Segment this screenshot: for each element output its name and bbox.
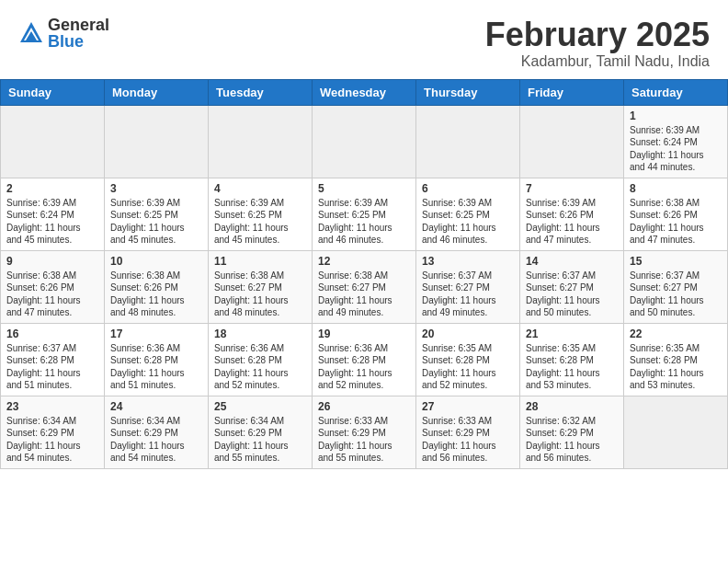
day-info: Sunrise: 6:38 AM Sunset: 6:26 PM Dayligh…: [630, 197, 722, 247]
calendar-cell: [1, 105, 105, 178]
logo-text: General Blue: [48, 17, 109, 50]
calendar-cell: [416, 105, 520, 178]
day-number: 25: [214, 400, 306, 413]
day-number: 27: [422, 400, 514, 413]
day-number: 8: [630, 182, 722, 195]
calendar-cell: [624, 396, 728, 468]
calendar-week-4: 16Sunrise: 6:37 AM Sunset: 6:28 PM Dayli…: [1, 323, 728, 396]
day-number: 20: [422, 327, 514, 340]
calendar-cell: 9Sunrise: 6:38 AM Sunset: 6:26 PM Daylig…: [1, 250, 105, 323]
day-info: Sunrise: 6:39 AM Sunset: 6:24 PM Dayligh…: [6, 197, 98, 247]
header-cell-monday: Monday: [105, 79, 209, 105]
logo-blue-text: Blue: [48, 33, 109, 50]
header-cell-wednesday: Wednesday: [313, 79, 416, 105]
location-title: Kadambur, Tamil Nadu, India: [485, 53, 710, 70]
header-cell-sunday: Sunday: [1, 79, 105, 105]
day-info: Sunrise: 6:35 AM Sunset: 6:28 PM Dayligh…: [630, 342, 722, 392]
calendar-body: 1Sunrise: 6:39 AM Sunset: 6:24 PM Daylig…: [1, 105, 728, 468]
calendar-cell: 12Sunrise: 6:38 AM Sunset: 6:27 PM Dayli…: [313, 250, 416, 323]
day-number: 21: [526, 327, 618, 340]
day-number: 24: [110, 400, 202, 413]
calendar-cell: 8Sunrise: 6:38 AM Sunset: 6:26 PM Daylig…: [624, 178, 728, 250]
calendar-cell: 28Sunrise: 6:32 AM Sunset: 6:29 PM Dayli…: [520, 396, 624, 468]
logo-icon: [18, 20, 44, 46]
calendar-cell: 11Sunrise: 6:38 AM Sunset: 6:27 PM Dayli…: [209, 250, 313, 323]
day-info: Sunrise: 6:38 AM Sunset: 6:27 PM Dayligh…: [214, 270, 306, 319]
day-number: 19: [318, 327, 410, 340]
title-section: February 2025 Kadambur, Tamil Nadu, Indi…: [485, 17, 710, 70]
day-info: Sunrise: 6:36 AM Sunset: 6:28 PM Dayligh…: [318, 342, 410, 392]
day-info: Sunrise: 6:39 AM Sunset: 6:25 PM Dayligh…: [110, 197, 202, 247]
calendar-cell: 2Sunrise: 6:39 AM Sunset: 6:24 PM Daylig…: [1, 178, 105, 250]
day-info: Sunrise: 6:37 AM Sunset: 6:28 PM Dayligh…: [6, 342, 98, 392]
calendar-cell: 3Sunrise: 6:39 AM Sunset: 6:25 PM Daylig…: [105, 178, 209, 250]
day-number: 9: [6, 255, 98, 268]
day-info: Sunrise: 6:37 AM Sunset: 6:27 PM Dayligh…: [526, 270, 618, 319]
calendar-week-3: 9Sunrise: 6:38 AM Sunset: 6:26 PM Daylig…: [1, 250, 728, 323]
day-info: Sunrise: 6:39 AM Sunset: 6:25 PM Dayligh…: [214, 197, 306, 247]
day-info: Sunrise: 6:37 AM Sunset: 6:27 PM Dayligh…: [630, 270, 722, 319]
day-info: Sunrise: 6:36 AM Sunset: 6:28 PM Dayligh…: [214, 342, 306, 392]
header-cell-friday: Friday: [520, 79, 624, 105]
day-info: Sunrise: 6:39 AM Sunset: 6:25 PM Dayligh…: [318, 197, 410, 247]
calendar-cell: 20Sunrise: 6:35 AM Sunset: 6:28 PM Dayli…: [416, 323, 520, 396]
day-info: Sunrise: 6:34 AM Sunset: 6:29 PM Dayligh…: [6, 415, 98, 465]
calendar-cell: 1Sunrise: 6:39 AM Sunset: 6:24 PM Daylig…: [624, 105, 728, 178]
logo: General Blue: [18, 17, 109, 50]
header-cell-saturday: Saturday: [624, 79, 728, 105]
day-number: 14: [526, 255, 618, 268]
day-number: 15: [630, 255, 722, 268]
calendar-cell: 26Sunrise: 6:33 AM Sunset: 6:29 PM Dayli…: [313, 396, 416, 468]
day-number: 7: [526, 182, 618, 195]
calendar-cell: 15Sunrise: 6:37 AM Sunset: 6:27 PM Dayli…: [624, 250, 728, 323]
day-number: 22: [630, 327, 722, 340]
calendar-cell: 24Sunrise: 6:34 AM Sunset: 6:29 PM Dayli…: [105, 396, 209, 468]
day-info: Sunrise: 6:35 AM Sunset: 6:28 PM Dayligh…: [526, 342, 618, 392]
day-number: 18: [214, 327, 306, 340]
calendar-cell: [520, 105, 624, 178]
calendar-cell: 14Sunrise: 6:37 AM Sunset: 6:27 PM Dayli…: [520, 250, 624, 323]
day-number: 28: [526, 400, 618, 413]
day-info: Sunrise: 6:34 AM Sunset: 6:29 PM Dayligh…: [214, 415, 306, 465]
day-info: Sunrise: 6:33 AM Sunset: 6:29 PM Dayligh…: [318, 415, 410, 465]
calendar-week-5: 23Sunrise: 6:34 AM Sunset: 6:29 PM Dayli…: [1, 396, 728, 468]
day-info: Sunrise: 6:39 AM Sunset: 6:24 PM Dayligh…: [630, 124, 722, 174]
day-info: Sunrise: 6:38 AM Sunset: 6:26 PM Dayligh…: [6, 270, 98, 319]
calendar-cell: 5Sunrise: 6:39 AM Sunset: 6:25 PM Daylig…: [313, 178, 416, 250]
calendar-table: SundayMondayTuesdayWednesdayThursdayFrid…: [0, 79, 728, 469]
day-number: 3: [110, 182, 202, 195]
day-info: Sunrise: 6:36 AM Sunset: 6:28 PM Dayligh…: [110, 342, 202, 392]
day-number: 23: [6, 400, 98, 413]
day-number: 12: [318, 255, 410, 268]
logo-general-text: General: [48, 17, 109, 33]
calendar-cell: [105, 105, 209, 178]
day-number: 4: [214, 182, 306, 195]
calendar-cell: 21Sunrise: 6:35 AM Sunset: 6:28 PM Dayli…: [520, 323, 624, 396]
day-number: 10: [110, 255, 202, 268]
day-info: Sunrise: 6:39 AM Sunset: 6:26 PM Dayligh…: [526, 197, 618, 247]
calendar-cell: 19Sunrise: 6:36 AM Sunset: 6:28 PM Dayli…: [313, 323, 416, 396]
calendar-cell: 22Sunrise: 6:35 AM Sunset: 6:28 PM Dayli…: [624, 323, 728, 396]
calendar-week-2: 2Sunrise: 6:39 AM Sunset: 6:24 PM Daylig…: [1, 178, 728, 250]
day-info: Sunrise: 6:32 AM Sunset: 6:29 PM Dayligh…: [526, 415, 618, 465]
day-info: Sunrise: 6:34 AM Sunset: 6:29 PM Dayligh…: [110, 415, 202, 465]
day-number: 17: [110, 327, 202, 340]
day-info: Sunrise: 6:33 AM Sunset: 6:29 PM Dayligh…: [422, 415, 514, 465]
day-number: 16: [6, 327, 98, 340]
day-number: 11: [214, 255, 306, 268]
day-info: Sunrise: 6:35 AM Sunset: 6:28 PM Dayligh…: [422, 342, 514, 392]
calendar-cell: 25Sunrise: 6:34 AM Sunset: 6:29 PM Dayli…: [209, 396, 313, 468]
calendar-header: SundayMondayTuesdayWednesdayThursdayFrid…: [1, 79, 728, 105]
page: General Blue February 2025 Kadambur, Tam…: [0, 0, 728, 563]
day-number: 5: [318, 182, 410, 195]
calendar-cell: [313, 105, 416, 178]
calendar-cell: 27Sunrise: 6:33 AM Sunset: 6:29 PM Dayli…: [416, 396, 520, 468]
header: General Blue February 2025 Kadambur, Tam…: [0, 0, 728, 79]
day-number: 1: [630, 109, 722, 122]
header-cell-tuesday: Tuesday: [209, 79, 313, 105]
calendar-cell: 10Sunrise: 6:38 AM Sunset: 6:26 PM Dayli…: [105, 250, 209, 323]
day-number: 2: [6, 182, 98, 195]
calendar-cell: [209, 105, 313, 178]
day-info: Sunrise: 6:38 AM Sunset: 6:27 PM Dayligh…: [318, 270, 410, 319]
calendar-week-1: 1Sunrise: 6:39 AM Sunset: 6:24 PM Daylig…: [1, 105, 728, 178]
